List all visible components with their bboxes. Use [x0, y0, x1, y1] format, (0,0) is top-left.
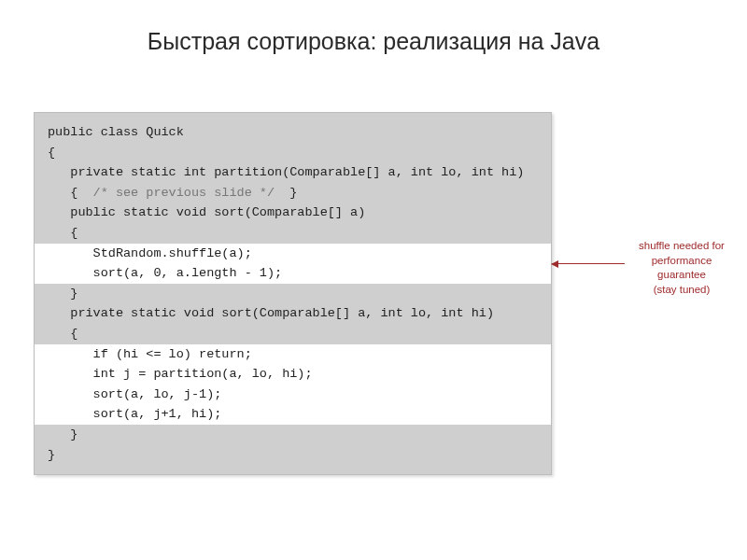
code-highlight-shuffle: StdRandom.shuffle(a); sort(a, 0, a.lengt…: [35, 244, 551, 284]
arrow-left-icon: [552, 263, 625, 264]
code-line: sort(a, j+1, hi);: [35, 404, 551, 425]
annotation-line: (stay tuned): [630, 283, 733, 298]
annotation-text: shuffle needed for performance guarantee…: [630, 239, 733, 297]
code-line: sort(a, 0, a.length - 1);: [35, 263, 551, 284]
code-line: {: [35, 143, 551, 163]
annotation-area: shuffle needed for performance guarantee…: [552, 112, 728, 485]
code-line: { /* see previous slide */ }: [35, 183, 551, 203]
code-line: {: [35, 324, 551, 344]
code-line: }: [35, 425, 551, 445]
code-line: int j = partition(a, lo, hi);: [35, 364, 551, 385]
code-line: StdRandom.shuffle(a);: [35, 244, 551, 264]
code-line: public static void sort(Comparable[] a): [35, 203, 551, 223]
code-line: if (hi <= lo) return;: [35, 344, 551, 365]
code-line: private static int partition(Comparable[…: [35, 162, 551, 183]
content-row: public class Quick { private static int …: [34, 112, 728, 485]
annotation-line: performance guarantee: [630, 254, 733, 283]
code-line: public class Quick: [35, 122, 551, 143]
code-highlight-recursion: if (hi <= lo) return; int j = partition(…: [35, 344, 551, 425]
annotation-line: shuffle needed for: [630, 239, 733, 254]
code-line: sort(a, lo, j-1);: [35, 385, 551, 405]
code-comment: /* see previous slide */: [93, 186, 275, 200]
code-line: private static void sort(Comparable[] a,…: [35, 303, 551, 324]
code-line: {: [35, 223, 551, 244]
slide-title: Быстрая сортировка: реализация на Java: [0, 0, 747, 74]
slide: Быстрая сортировка: реализация на Java p…: [0, 0, 747, 560]
code-block: public class Quick { private static int …: [34, 112, 552, 475]
code-line: }: [35, 284, 551, 304]
code-line: }: [35, 445, 551, 466]
